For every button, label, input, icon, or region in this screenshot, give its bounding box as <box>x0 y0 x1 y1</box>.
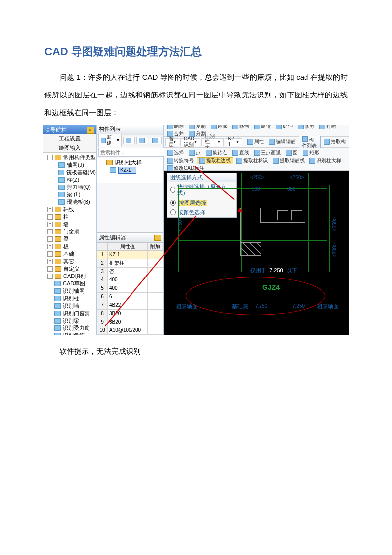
navigator-tree[interactable]: - 常用构件类型 轴网(J)筏板基础(M)柱(Z)剪力墙(Q)梁 (L)现浇板(… <box>43 153 96 335</box>
expand-icon[interactable]: + <box>47 266 53 272</box>
tree-group[interactable]: +自定义 <box>44 265 96 273</box>
item-icon <box>54 281 61 286</box>
tree-item-cad[interactable]: 识别梁 <box>44 317 96 324</box>
member-tree[interactable]: -识别柱大样 KZ-1 <box>97 158 163 183</box>
folder-icon <box>55 229 61 234</box>
opt-by-color[interactable]: 按颜色选择 <box>167 208 236 217</box>
ribbon-btn[interactable]: 延伸 <box>274 125 295 129</box>
property-row[interactable]: 4400 <box>97 276 163 284</box>
expand-icon[interactable]: + <box>47 244 53 249</box>
member-search-input[interactable] <box>98 148 165 157</box>
tree-group[interactable]: +其它 <box>44 258 96 265</box>
ribbon-btn[interactable]: 修剪 <box>296 125 316 129</box>
pick-member-button[interactable]: 拾取构 <box>322 139 348 145</box>
expand-icon[interactable]: + <box>47 229 53 234</box>
tree-item-cad[interactable]: 识别墙 <box>44 302 96 310</box>
ribbon-btn[interactable]: 识别柱大样 <box>307 158 343 164</box>
ribbon-btn[interactable]: 镜像 <box>209 125 229 129</box>
collapse-icon[interactable]: - <box>47 155 53 160</box>
member-list-tab[interactable]: 构件列表 <box>299 136 321 149</box>
subcat-select[interactable]: 识别柱大… ▾ <box>201 138 223 146</box>
ribbon-btn[interactable]: 三点画弧 <box>252 150 283 156</box>
new-member-button[interactable]: 新建 ▾ <box>98 134 122 147</box>
folder-icon <box>55 274 61 279</box>
property-row[interactable]: 2框架柱 <box>97 259 163 268</box>
opt-quickkey[interactable]: 快捷键选择（原有方式） <box>167 182 236 198</box>
ribbon-btn[interactable]: 选择 <box>165 150 186 156</box>
ribbon-btn[interactable]: 复制 <box>187 125 208 129</box>
expand-icon[interactable]: + <box>47 236 53 242</box>
floor-select[interactable]: 首层 ▾ <box>165 138 179 146</box>
tree-group[interactable]: +门窗洞 <box>44 228 96 235</box>
panel-pin-icon[interactable] <box>154 235 161 241</box>
tree-item[interactable]: 剪力墙(Q) <box>44 184 96 191</box>
member-kz1[interactable]: KZ-1 <box>118 167 136 174</box>
item-icon <box>54 296 61 301</box>
ribbon-btn[interactable]: 打断 <box>317 125 338 129</box>
property-row[interactable]: 66 <box>97 293 163 301</box>
tree-item-cad[interactable]: 识别轴网 <box>44 287 96 295</box>
tree-group[interactable]: +墙 <box>44 221 96 228</box>
tree-group-common[interactable]: - 常用构件类型 <box>44 154 96 161</box>
tree-item-cad[interactable]: 识别负筋 <box>44 332 96 335</box>
ribbon-btn[interactable]: 矩形 <box>301 150 321 156</box>
ribbon-btn[interactable]: 删除 <box>165 125 186 129</box>
category-select[interactable]: CAD识别 ▾ <box>180 138 200 146</box>
property-row[interactable]: 3否 <box>97 268 163 276</box>
property-row[interactable]: 74B22 <box>97 301 163 310</box>
expand-icon[interactable]: + <box>47 251 53 257</box>
member-list-toolbar: 新建 ▾ <box>97 135 163 146</box>
opt-by-layer[interactable]: 按图层选择 <box>167 198 236 208</box>
line-select-panel: 图线选择方式 快捷键选择（原有方式） 按图层选择 按颜色选择 <box>167 173 237 218</box>
tree-group[interactable]: +轴线 <box>44 206 96 213</box>
tree-item[interactable]: 梁 (L) <box>44 191 96 198</box>
panel-pin-icon[interactable]: × <box>87 127 94 134</box>
toolbar-btn[interactable] <box>150 137 162 144</box>
ribbon-btn[interactable]: 旋转 <box>252 125 273 129</box>
member-select[interactable]: KZ-1 ▾ <box>225 138 242 146</box>
toolbar-btn[interactable] <box>136 137 148 144</box>
attr-button[interactable]: 属性 <box>245 139 266 145</box>
ribbon-btn[interactable]: 提取柱标识 <box>234 158 270 164</box>
nav-btn-project-settings[interactable]: 工程设置 <box>43 134 96 143</box>
tree-group-cad[interactable]: - CAD识别 <box>44 273 96 280</box>
tree-group[interactable]: +板 <box>44 243 96 250</box>
tree-group[interactable]: +梁 <box>44 235 96 243</box>
tree-item[interactable]: 轴网(J) <box>44 161 96 169</box>
tree-item-cad[interactable]: CAD草图 <box>44 280 96 287</box>
property-row[interactable]: 5400 <box>97 284 163 293</box>
ribbon-btn[interactable]: 点 <box>187 150 203 156</box>
expand-icon[interactable]: + <box>47 222 53 227</box>
ribbon-btn[interactable]: 旋转点 <box>204 150 229 156</box>
ribbon-btn[interactable]: 圆 <box>284 150 300 156</box>
item-icon <box>54 318 61 324</box>
expand-icon[interactable]: + <box>47 259 53 264</box>
tree-item-cad[interactable]: 识别门窗洞 <box>44 310 96 317</box>
collapse-icon[interactable]: - <box>99 160 104 165</box>
tree-item-cad[interactable]: 识别柱 <box>44 295 96 302</box>
tree-group[interactable]: +基础 <box>44 250 96 258</box>
expand-icon[interactable]: + <box>47 214 53 220</box>
drawing-canvas[interactable]: 图线选择方式 快捷键选择（原有方式） 按图层选择 按颜色选择 <250> <75… <box>164 171 349 335</box>
member-search <box>98 148 162 157</box>
property-row[interactable]: 1KZ-1 <box>97 251 163 259</box>
edit-rebar-button[interactable]: 编辑钢筋 <box>267 139 298 145</box>
ribbon-btn[interactable]: 直线 <box>230 150 251 156</box>
collapse-icon[interactable]: - <box>47 274 53 279</box>
tree-group[interactable]: +柱 <box>44 213 96 221</box>
ribbon-btn[interactable]: 转换符号 <box>165 158 196 164</box>
tree-item[interactable]: 现浇板(B) <box>44 198 96 206</box>
expand-icon[interactable]: + <box>47 207 53 212</box>
toolbar-btn[interactable] <box>123 137 135 144</box>
ribbon-btn[interactable]: 移动 <box>230 125 251 129</box>
property-row[interactable]: 83B20 <box>97 310 163 318</box>
tree-item-cad[interactable]: 识别受力筋 <box>44 324 96 332</box>
tree-item[interactable]: 柱(Z) <box>44 176 96 184</box>
nav-btn-draw-input[interactable]: 绘图输入 <box>43 143 96 153</box>
property-row[interactable]: 10A10@100/200 <box>97 326 163 335</box>
extract-column-edge-button[interactable]: 提取柱边线 <box>197 157 233 164</box>
doc-title: CAD 导图疑难问题处理方法汇总 <box>44 45 348 59</box>
ribbon-btn[interactable]: 提取钢筋线 <box>271 158 306 164</box>
tree-item[interactable]: 筏板基础(M) <box>44 169 96 176</box>
ribbon-context: 首层 ▾ CAD识别 ▾ 识别柱大… ▾ KZ-1 ▾ 属性 编辑钢筋 构件列表… <box>164 137 349 148</box>
